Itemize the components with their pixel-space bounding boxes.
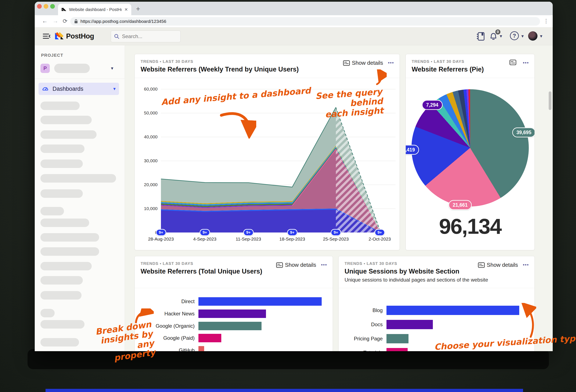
y-axis-tick-label: 40,000	[138, 134, 158, 139]
sidebar-skeleton-item	[40, 218, 89, 227]
new-tab-button[interactable]: +	[136, 5, 140, 13]
tab-close-icon[interactable]: ✕	[124, 7, 128, 12]
refresh-icon[interactable]: ⟳	[63, 18, 68, 25]
data-point-badge[interactable]: 9+	[243, 229, 254, 236]
bar[interactable]	[199, 310, 266, 318]
annotation-arrow-icon	[218, 109, 256, 139]
y-axis-tick-label: 50,000	[138, 110, 158, 115]
card-subtitle: Unique sessions to individual pages and …	[345, 277, 488, 283]
sidebar-skeleton-item	[40, 159, 83, 168]
browser-menu-icon[interactable]: ⋮	[543, 18, 549, 24]
tab-title: Website dashboard - PostHog	[69, 7, 122, 12]
avatar-caret-icon[interactable]: ▾	[540, 33, 542, 39]
search-icon	[114, 34, 119, 39]
show-details-button[interactable]: Show details	[276, 262, 316, 268]
sidebar-skeleton-item	[40, 116, 92, 124]
sidebar-skeleton-item	[40, 338, 79, 346]
traffic-light-minimize[interactable]	[44, 4, 48, 9]
project-avatar[interactable]: P	[40, 64, 50, 73]
data-point-badge[interactable]: 9+	[156, 229, 166, 236]
bar[interactable]	[386, 348, 408, 351]
show-details-button[interactable]	[510, 60, 516, 65]
user-avatar[interactable]	[528, 31, 537, 41]
bar-category-label: Direct	[135, 298, 195, 304]
help-button[interactable]: ?	[510, 31, 519, 40]
sidebar-collapse-icon[interactable]	[43, 33, 51, 40]
scrollbar-thumb[interactable]	[549, 91, 551, 110]
bar[interactable]	[386, 320, 433, 329]
card-meta: TRENDS • LAST 30 DAYS	[345, 261, 397, 266]
bar[interactable]	[386, 334, 408, 343]
bar[interactable]	[199, 346, 204, 351]
details-icon	[276, 262, 283, 268]
browser-tab[interactable]: Website dashboard - PostHog ✕	[58, 4, 131, 15]
sidebar-item-dashboards[interactable]: Dashboards ▾	[39, 83, 119, 95]
browser-window: Website dashboard - PostHog ✕ + ← → ⟳ ht…	[35, 2, 553, 351]
show-details-button[interactable]: Show details	[343, 60, 383, 66]
back-icon[interactable]: ←	[42, 18, 48, 24]
card-divider	[135, 78, 400, 78]
more-options-button[interactable]: •••	[523, 262, 529, 268]
dashboards-caret-icon[interactable]: ▾	[113, 86, 116, 92]
sidebar-skeleton-item	[40, 309, 55, 317]
card-divider	[135, 288, 333, 288]
search-field[interactable]	[122, 33, 175, 39]
x-axis-tick-label: 11-Sep-2023	[228, 236, 268, 242]
more-options-button[interactable]: •••	[523, 60, 529, 66]
sidebar-skeleton-item	[40, 130, 97, 139]
sidebar: PROJECT P ▾ Dashboards ▾	[35, 45, 125, 351]
data-point-badge[interactable]: 9+	[287, 229, 297, 236]
show-details-button[interactable]: Show details	[478, 262, 518, 268]
data-point-badge[interactable]: 9+	[200, 229, 210, 236]
insight-card-referrer-bars: TRENDS • LAST 30 DAYS Website Referrers …	[135, 256, 333, 351]
pie-slice-label: 7,294	[422, 100, 443, 110]
card-meta: TRENDS • LAST 30 DAYS	[141, 261, 193, 266]
url-field[interactable]: https://app.posthog.com/dashboard/123456	[70, 17, 540, 26]
pie-slice-label: 16,419	[405, 145, 419, 155]
url-text: https://app.posthog.com/dashboard/123456	[81, 19, 166, 24]
details-icon	[478, 262, 485, 268]
y-axis-tick-label: 0	[138, 230, 158, 235]
data-point-badge[interactable]: 9+	[331, 229, 341, 236]
annotation-breakdown: Break down insights by any property	[94, 319, 156, 365]
traffic-light-zoom[interactable]	[50, 4, 55, 9]
card-title: Website Referrers (Pie)	[412, 66, 484, 73]
project-caret-icon[interactable]: ▾	[111, 66, 113, 71]
lock-icon	[74, 19, 78, 24]
notifications-caret-icon[interactable]: ▾	[500, 33, 502, 39]
screenshot-root: Website dashboard - PostHog ✕ + ← → ⟳ ht…	[0, 0, 576, 392]
posthog-favicon	[61, 7, 66, 12]
more-options-button[interactable]: •••	[388, 60, 394, 66]
more-options-button[interactable]: •••	[321, 262, 327, 268]
browser-urlbar: ← → ⟳ https://app.posthog.com/dashboard/…	[35, 15, 553, 27]
card-title: Unique Sessions by Website Section	[345, 268, 459, 275]
bar[interactable]	[386, 306, 519, 315]
search-input[interactable]	[111, 30, 181, 42]
posthog-logo-icon[interactable]	[54, 31, 65, 42]
x-axis-tick-label: 25-Sep-2023	[316, 236, 356, 242]
details-icon	[343, 60, 350, 66]
bar[interactable]	[199, 297, 322, 306]
notebook-icon[interactable]	[476, 32, 485, 41]
app-header: PostHog 0 ▾ ? ▾	[35, 27, 553, 45]
traffic-light-close[interactable]	[37, 4, 42, 9]
sidebar-skeleton-item	[40, 247, 99, 256]
help-caret-icon[interactable]: ▾	[521, 33, 524, 39]
insight-card-pie: TRENDS • LAST 30 DAYS Website Referrers …	[405, 54, 535, 250]
data-point-badge[interactable]: 9+	[374, 229, 385, 236]
x-axis-tick-label: 28-Aug-2023	[141, 236, 181, 242]
show-details-label: Show details	[352, 60, 383, 66]
forward-icon[interactable]: →	[53, 18, 58, 24]
project-name-skeleton	[54, 64, 90, 73]
notifications-button[interactable]: 0	[489, 31, 498, 41]
bar-category-label: Tutorials	[339, 350, 383, 351]
bar[interactable]	[199, 322, 261, 330]
annotation-arrow-icon	[518, 303, 536, 339]
browser-tabbar: Website dashboard - PostHog ✕ +	[35, 2, 553, 15]
sidebar-skeleton-item	[40, 189, 83, 198]
sidebar-skeleton-item	[40, 144, 85, 153]
pie-slice-label: 21,661	[449, 200, 472, 210]
bar[interactable]	[199, 334, 221, 342]
brand-name[interactable]: PostHog	[66, 32, 94, 40]
sidebar-skeleton-item	[40, 291, 82, 300]
